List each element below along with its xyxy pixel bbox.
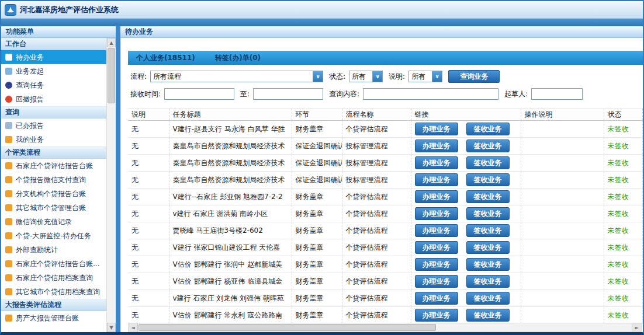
dropdown-arrow-icon <box>313 71 323 82</box>
sign-business-button[interactable]: 签收业务 <box>466 156 510 169</box>
handle-business-button[interactable]: 办理业务 <box>415 275 458 288</box>
tab-transfer-orders[interactable]: 转签(办)单(0) <box>215 53 261 63</box>
cell-operation-note <box>521 307 604 324</box>
cell-process-name: 投标管理流程 <box>342 155 411 172</box>
process-select[interactable]: 所有流程 <box>150 71 323 82</box>
sidebar-item-my-business[interactable]: 我的业务 <box>1 132 106 146</box>
sign-business-button[interactable]: 签收业务 <box>466 309 510 322</box>
scrollbar-track[interactable] <box>107 104 116 323</box>
sign-business-button[interactable]: 签收业务 <box>466 224 510 237</box>
cell-links: 办理业务签收业务 <box>411 239 521 256</box>
sidebar-item-label: 房产大报告管理台账 <box>16 313 79 323</box>
receive-time-from-input[interactable] <box>164 88 234 100</box>
sidebar-item-label: 微信询价充值记录 <box>16 217 72 227</box>
sidebar-item-completed-reports[interactable]: 已办报告 <box>1 118 106 132</box>
status-select-value: 所有 <box>349 71 372 82</box>
cell-status: 未签收 <box>604 172 642 189</box>
cell-task-title: 秦皇岛市自然资源和规划局经济技术 <box>169 155 292 172</box>
table-row: 无 秦皇岛市自然资源和规划局经济技术 保证金退回确认 投标管理流程 办理业务签收… <box>128 172 642 189</box>
horizontal-scrollbar[interactable]: ◄ ► <box>128 323 642 332</box>
cell-status: 未签收 <box>604 189 642 205</box>
header-note: 说明 <box>128 109 169 121</box>
sidebar-item-withdraw-report[interactable]: 回撤报告 <box>1 92 106 106</box>
sidebar-item-pending-business[interactable]: 待办业务 <box>1 50 106 64</box>
query-content-input[interactable] <box>363 88 498 100</box>
main-panel-title: 待办业务 <box>120 26 643 38</box>
handle-business-button[interactable]: 办理业务 <box>415 156 458 169</box>
scrollbar-thumb[interactable] <box>108 48 115 103</box>
sign-business-button[interactable]: 签收业务 <box>466 258 510 271</box>
section-title-big-report: 大报告类评估流程 <box>1 299 106 311</box>
tab-personal-business[interactable]: 个人业务(18511) <box>136 53 195 63</box>
cell-process-name: 个贷评估流程 <box>342 290 411 307</box>
note-select-value: 所有 <box>409 71 432 82</box>
table-row: 无 v建行 石家庄 谢洪菊 南岭小区 财务盖章 个贷评估流程 办理业务签收业务 … <box>128 205 642 222</box>
sidebar-item-sjz-loan-report-ledger[interactable]: 石家庄个贷评估报告台账 <box>1 159 106 173</box>
sidebar-item-loan-monitor-tasks[interactable]: 个贷-大屏监控-待办任务 <box>1 229 106 243</box>
cell-note: 无 <box>128 155 169 172</box>
sidebar-item-other-city-loan-ledger[interactable]: 其它城市个贷管理台账 <box>1 201 106 215</box>
cell-links: 办理业务签收业务 <box>411 307 521 324</box>
sidebar-item-sjz-loan-report-ledger-2[interactable]: 石家庄个贷评估报告台账... <box>1 257 106 271</box>
sidebar-item-business-initiate[interactable]: 业务发起 <box>1 64 106 78</box>
cell-status: 未签收 <box>604 121 642 138</box>
sidebar-item-query-tasks[interactable]: 查询任务 <box>1 78 106 92</box>
sidebar-item-label: 其它城市个贷管理台账 <box>16 203 86 213</box>
handle-business-button[interactable]: 办理业务 <box>415 258 458 271</box>
horizontal-scrollbar-track[interactable] <box>436 323 632 331</box>
scroll-up-button[interactable]: ▲ <box>107 38 116 47</box>
handle-business-button[interactable]: 办理业务 <box>415 309 458 322</box>
drafter-input[interactable] <box>531 88 583 100</box>
app-window: 河北嘉泽房地产评估作业系统 功能菜单 工作台 待办业务 业务发起 <box>0 0 644 335</box>
sidebar-item-wechat-inquiry-recharge[interactable]: 微信询价充值记录 <box>1 215 106 229</box>
handle-business-button[interactable]: 办理业务 <box>415 139 458 152</box>
sidebar-item-property-report-ledger[interactable]: 房产大报告管理台账 <box>1 311 106 325</box>
ledger-icon <box>5 246 12 253</box>
cell-step: 财务盖章 <box>292 205 342 222</box>
sign-business-button[interactable]: 签收业务 <box>466 139 510 152</box>
status-select[interactable]: 所有 <box>349 71 383 82</box>
handle-business-button[interactable]: 办理业务 <box>415 207 458 220</box>
handle-business-button[interactable]: 办理业务 <box>415 224 458 237</box>
cell-step: 财务盖章 <box>292 307 342 324</box>
sign-business-button[interactable]: 签收业务 <box>466 123 510 135</box>
horizontal-scrollbar-thumb[interactable] <box>139 324 436 331</box>
scroll-down-button[interactable]: ▼ <box>107 323 116 332</box>
section-title-workbench: 工作台 <box>1 38 106 50</box>
receive-time-to-input[interactable] <box>253 88 323 100</box>
header-status: 状态 <box>604 109 642 121</box>
cell-operation-note <box>521 189 604 205</box>
table-row: 无 秦皇岛市自然资源和规划局经济技术 保证金退回确认 投标管理流程 办理业务签收… <box>128 155 642 172</box>
sign-business-button[interactable]: 签收业务 <box>466 275 510 288</box>
cell-operation-note <box>521 273 604 290</box>
sign-business-button[interactable]: 签收业务 <box>466 241 510 254</box>
cell-task-title: 贾晓峰 马王庙街3号楼2-602 <box>169 222 292 239</box>
sidebar-item-external-survey-stats[interactable]: 外部查勘统计 <box>1 243 106 257</box>
cell-links: 办理业务签收业务 <box>411 273 521 290</box>
cell-links: 办理业务签收业务 <box>411 222 521 239</box>
sign-business-button[interactable]: 签收业务 <box>466 190 510 203</box>
handle-business-button[interactable]: 办理业务 <box>415 241 458 254</box>
sidebar-item-label: 待办业务 <box>16 53 44 62</box>
sidebar-item-branch-loan-ledger[interactable]: 分支机构个贷报告台账 <box>1 187 106 201</box>
handle-business-button[interactable]: 办理业务 <box>415 123 458 135</box>
handle-business-button[interactable]: 办理业务 <box>415 173 458 186</box>
note-label: 说明: <box>389 72 405 82</box>
sign-business-button[interactable]: 签收业务 <box>466 173 510 186</box>
handle-business-button[interactable]: 办理业务 <box>415 190 458 203</box>
cell-note: 无 <box>128 172 169 189</box>
sidebar-item-other-city-credit-query[interactable]: 其它城市个贷信用档案查询 <box>1 285 106 299</box>
query-business-button[interactable]: 查询业务 <box>448 70 500 83</box>
scroll-left-button[interactable]: ◄ <box>129 323 138 331</box>
cell-status: 未签收 <box>604 256 642 273</box>
cell-task-title: 秦皇岛市自然资源和规划局经济技术 <box>169 138 292 155</box>
cell-operation-note <box>521 172 604 189</box>
scroll-right-button[interactable]: ► <box>632 323 641 331</box>
sidebar-item-loan-wechat-payment-query[interactable]: 个贷报告微信支付查询 <box>1 173 106 187</box>
handle-business-button[interactable]: 办理业务 <box>415 292 458 305</box>
note-select[interactable]: 所有 <box>408 71 442 82</box>
sidebar-item-sjz-loan-credit-query[interactable]: 石家庄个贷信用档案查询 <box>1 271 106 285</box>
sign-business-button[interactable]: 签收业务 <box>466 292 510 305</box>
sign-business-button[interactable]: 签收业务 <box>466 207 510 220</box>
sidebar-scrollbar[interactable]: ▲ ▼ <box>106 38 116 332</box>
